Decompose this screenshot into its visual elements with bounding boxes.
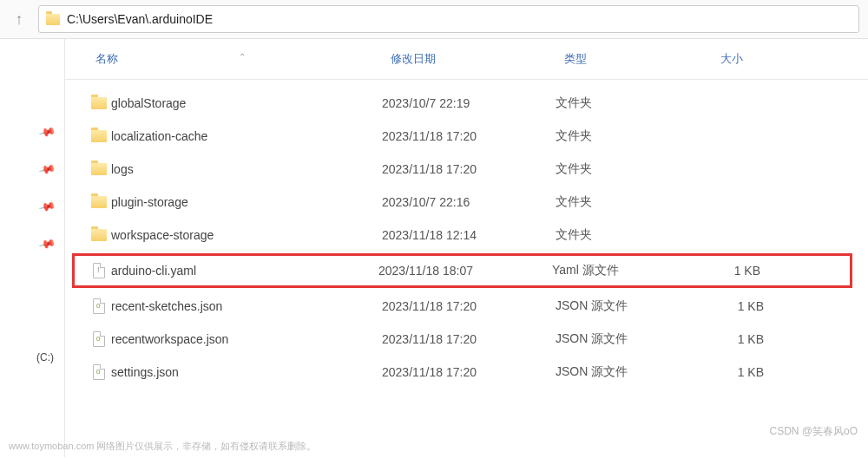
file-row[interactable]: recentworkspace.json2023/11/18 17:20JSON… xyxy=(65,323,868,356)
col-header-date[interactable]: 修改日期 xyxy=(391,51,564,67)
folder-icon xyxy=(91,163,107,175)
file-name: arduino-cli.yaml xyxy=(111,264,378,278)
column-headers: 名称 修改日期 类型 大小 xyxy=(65,39,868,80)
file-date: 2023/11/18 12:14 xyxy=(382,228,556,242)
json-file-icon xyxy=(93,364,105,380)
sidebar: 📌 📌 📌 📌 (C:) xyxy=(0,39,65,457)
yaml-file-icon xyxy=(93,263,105,278)
file-date: 2023/11/18 17:20 xyxy=(382,162,556,176)
file-row[interactable]: arduino-cli.yaml2023/11/18 18:07Yaml 源文件… xyxy=(72,253,852,288)
folder-icon xyxy=(91,97,107,109)
pin-icon[interactable]: 📌 xyxy=(37,235,56,253)
file-list: globalStorage2023/10/7 22:19文件夹localizat… xyxy=(65,80,868,396)
file-size: 1 KB xyxy=(708,264,778,278)
file-name: globalStorage xyxy=(111,96,382,110)
file-name: settings.json xyxy=(111,365,382,379)
drive-c[interactable]: (C:) xyxy=(36,351,54,363)
sort-indicator-icon: ⌃ xyxy=(239,52,246,62)
address-bar[interactable] xyxy=(38,5,859,33)
file-name: localization-cache xyxy=(111,129,382,143)
file-type: 文件夹 xyxy=(556,161,712,177)
file-type: 文件夹 xyxy=(556,227,712,243)
file-type: JSON 源文件 xyxy=(556,298,712,314)
file-size: 1 KB xyxy=(712,365,781,379)
folder-icon xyxy=(46,14,60,25)
file-row[interactable]: settings.json2023/11/18 17:20JSON 源文件1 K… xyxy=(65,356,868,389)
file-type: Yaml 源文件 xyxy=(552,263,708,278)
file-date: 2023/11/18 17:20 xyxy=(382,365,556,379)
file-type: JSON 源文件 xyxy=(556,331,712,347)
file-list-panel: ⌃ 名称 修改日期 类型 大小 globalStorage2023/10/7 2… xyxy=(65,39,868,457)
file-date: 2023/10/7 22:19 xyxy=(382,96,556,110)
file-name: workspace-storage xyxy=(111,228,382,242)
file-row[interactable]: localization-cache2023/11/18 17:20文件夹 xyxy=(65,120,868,153)
nav-up-icon[interactable]: ↑ xyxy=(9,10,30,29)
file-name: plugin-storage xyxy=(111,195,382,209)
json-file-icon xyxy=(93,298,105,314)
file-date: 2023/11/18 17:20 xyxy=(382,299,556,313)
file-row[interactable]: logs2023/11/18 17:20文件夹 xyxy=(65,153,868,186)
pin-icon[interactable]: 📌 xyxy=(37,160,56,179)
file-type: 文件夹 xyxy=(556,194,712,210)
file-row[interactable]: globalStorage2023/10/7 22:19文件夹 xyxy=(65,87,868,120)
folder-icon xyxy=(91,196,107,208)
footer-note: www.toymoban.com 网络图片仅供展示，非存储，如有侵权请联系删除。 xyxy=(9,440,316,453)
file-size: 1 KB xyxy=(712,332,781,346)
folder-icon xyxy=(91,130,107,142)
pin-icon[interactable]: 📌 xyxy=(37,198,56,216)
watermark: CSDN @笑春风oO xyxy=(769,424,858,439)
col-header-type[interactable]: 类型 xyxy=(564,51,720,67)
folder-icon xyxy=(91,229,107,241)
file-type: JSON 源文件 xyxy=(556,364,712,380)
file-name: recent-sketches.json xyxy=(111,299,382,313)
path-input[interactable] xyxy=(67,12,852,26)
json-file-icon xyxy=(93,331,105,347)
file-row[interactable]: recent-sketches.json2023/11/18 17:20JSON… xyxy=(65,290,868,323)
file-date: 2023/11/18 17:20 xyxy=(382,332,556,346)
pin-icon[interactable]: 📌 xyxy=(37,123,56,141)
address-toolbar: ↑ xyxy=(0,0,868,39)
file-date: 2023/11/18 18:07 xyxy=(378,264,552,278)
file-date: 2023/11/18 17:20 xyxy=(382,129,556,143)
file-row[interactable]: workspace-storage2023/11/18 12:14文件夹 xyxy=(65,219,868,252)
drive-label: (C:) xyxy=(36,351,54,363)
file-name: recentworkspace.json xyxy=(111,332,382,346)
file-type: 文件夹 xyxy=(556,128,712,144)
col-header-size[interactable]: 大小 xyxy=(720,51,790,67)
file-size: 1 KB xyxy=(712,299,781,313)
file-date: 2023/10/7 22:16 xyxy=(382,195,556,209)
file-name: logs xyxy=(111,162,382,176)
file-row[interactable]: plugin-storage2023/10/7 22:16文件夹 xyxy=(65,186,868,219)
file-type: 文件夹 xyxy=(556,95,712,111)
